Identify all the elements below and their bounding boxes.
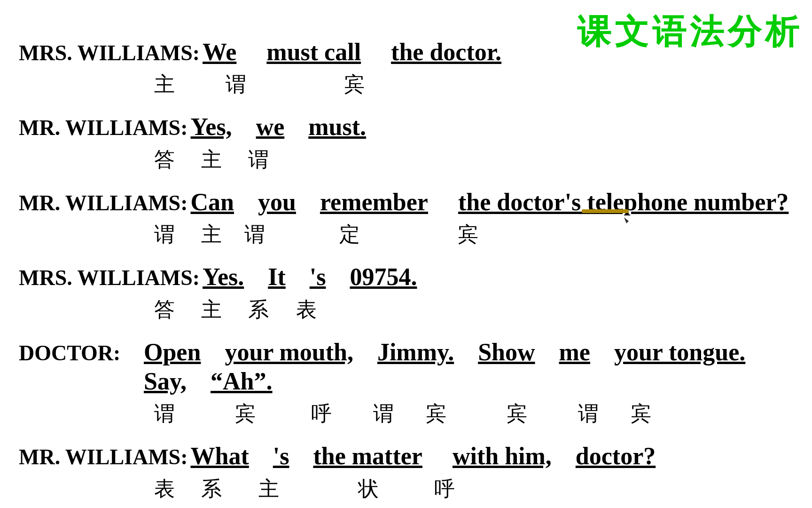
- grammar-label: 谓: [373, 400, 394, 428]
- sentence-block-5: DOCTOR: Open your mouth, Jimmy. Show me …: [19, 338, 793, 428]
- grammar-label: 宾: [458, 221, 478, 248]
- grammar-label: 呼: [434, 475, 455, 503]
- english-4: Yes. It 's 09754.: [200, 262, 420, 292]
- word: 's: [273, 442, 289, 471]
- grammar-label: 答: [154, 296, 175, 324]
- sentence-block-4: MRS. WILLIAMS: Yes. It 's 09754. 答 主 系 表: [19, 262, 793, 323]
- grammar-label: 主: [201, 221, 222, 248]
- grammar-label: 谓: [578, 400, 599, 428]
- word: the doctor.: [391, 38, 501, 67]
- grammar-line-3: 谓 主 谓 定 宾: [19, 221, 793, 248]
- grammar-label: 主: [201, 296, 222, 324]
- word: the matter: [313, 442, 422, 471]
- speaker-6: MR. WILLIAMS:: [19, 444, 188, 470]
- word: 09754.: [350, 262, 417, 292]
- grammar-label: 系: [201, 475, 222, 503]
- grammar-label: 谓: [226, 71, 246, 98]
- speaker-4: MRS. WILLIAMS:: [19, 265, 200, 291]
- grammar-line-2: 答 主 谓: [19, 146, 793, 174]
- sentence-line-2: MR. WILLIAMS: Yes, we must.: [19, 112, 793, 142]
- word: doctor?: [576, 442, 656, 471]
- main-content: MRS. WILLIAMS: We must call the doctor. …: [0, 28, 812, 508]
- grammar-label: 谓: [154, 221, 175, 248]
- word: your tongue.: [614, 338, 745, 367]
- grammar-label: 表: [296, 296, 317, 324]
- word: Open: [144, 338, 201, 367]
- sentence-line-4: MRS. WILLIAMS: Yes. It 's 09754.: [19, 262, 793, 292]
- grammar-label: 宾: [235, 400, 256, 428]
- grammar-line-4: 答 主 系 表: [19, 296, 793, 324]
- sentence-block-3: MR. WILLIAMS: Can you remember the docto…: [19, 188, 793, 248]
- word: must call: [266, 38, 361, 67]
- word: me: [559, 338, 590, 367]
- grammar-label: 答: [154, 146, 175, 174]
- grammar-line-5: 谓 宾 呼 谓 宾 宾 谓 宾: [19, 400, 793, 428]
- sentence-line-1: MRS. WILLIAMS: We must call the doctor.: [19, 38, 793, 67]
- english-5: Open your mouth, Jimmy. Show me your ton…: [141, 338, 793, 397]
- word: Show: [478, 338, 535, 367]
- sentence-line-3: MR. WILLIAMS: Can you remember the docto…: [19, 188, 793, 217]
- speaker-2: MR. WILLIAMS:: [19, 115, 188, 141]
- grammar-line-6: 表 系 主 状 呼: [19, 475, 793, 503]
- sentence-block-6: MR. WILLIAMS: What 's the matter with hi…: [19, 442, 793, 502]
- word: Can: [191, 188, 234, 217]
- grammar-label: 状: [358, 475, 379, 503]
- sentence-block-2: MR. WILLIAMS: Yes, we must. 答 主 谓: [19, 112, 793, 173]
- word: must.: [308, 112, 366, 142]
- word: “Ah”.: [211, 367, 272, 396]
- word: It: [268, 262, 286, 292]
- pointer-stick: [577, 183, 633, 240]
- grammar-label: 主: [154, 71, 175, 98]
- grammar-label: 呼: [311, 400, 332, 428]
- sentence-block-1: MRS. WILLIAMS: We must call the doctor. …: [19, 38, 793, 98]
- word: remember: [320, 188, 428, 217]
- word: we: [256, 112, 285, 142]
- english-3: Can you remember the doctor's telephone …: [188, 188, 792, 217]
- svg-marker-2: [624, 217, 629, 223]
- english-2: Yes, we must.: [188, 112, 369, 142]
- speaker-1: MRS. WILLIAMS:: [19, 40, 200, 66]
- word: What: [191, 442, 249, 471]
- word: Jimmy.: [377, 338, 454, 367]
- grammar-label: 系: [248, 296, 269, 324]
- word: We: [203, 38, 236, 67]
- sentence-line-5: DOCTOR: Open your mouth, Jimmy. Show me …: [19, 338, 793, 397]
- svg-rect-1: [582, 209, 629, 213]
- english-6: What 's the matter with him, doctor?: [188, 442, 659, 471]
- grammar-label: 宾: [426, 400, 446, 428]
- word: you: [258, 188, 296, 217]
- grammar-label: 谓: [154, 400, 175, 428]
- grammar-label: 定: [339, 221, 360, 248]
- grammar-label: 谓: [248, 146, 269, 174]
- grammar-line-1: 主 谓 宾: [19, 71, 793, 98]
- grammar-label: 宾: [507, 400, 527, 428]
- word: Yes.: [203, 262, 244, 292]
- grammar-label: 主: [201, 146, 222, 174]
- word: 's: [310, 262, 326, 292]
- speaker-3: MR. WILLIAMS:: [19, 190, 188, 216]
- grammar-label: 表: [154, 475, 175, 503]
- grammar-label: 主: [258, 475, 279, 503]
- word: your mouth,: [225, 338, 353, 367]
- grammar-label: 宾: [631, 400, 651, 428]
- word: Say,: [144, 367, 187, 396]
- english-1: We must call the doctor.: [200, 38, 504, 67]
- grammar-label: 谓: [244, 221, 265, 248]
- grammar-label: 宾: [344, 71, 365, 98]
- sentence-line-6: MR. WILLIAMS: What 's the matter with hi…: [19, 442, 793, 471]
- word: with him,: [453, 442, 552, 471]
- word: Yes,: [191, 112, 232, 142]
- speaker-5: DOCTOR:: [19, 340, 141, 366]
